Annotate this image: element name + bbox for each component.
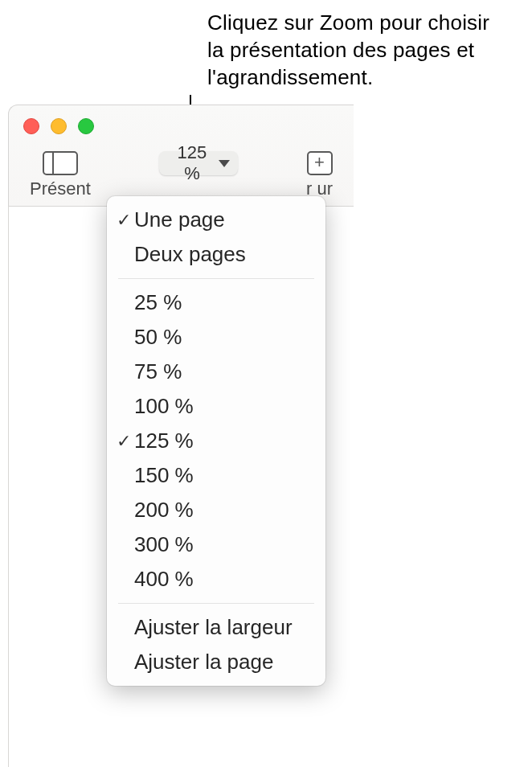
view-icon: [43, 151, 78, 175]
zoom-level-item[interactable]: 400 %: [107, 562, 325, 597]
traffic-lights: [23, 118, 94, 134]
zoom-level-item[interactable]: 75 %: [107, 355, 325, 389]
close-button[interactable]: [23, 118, 39, 134]
page-layout-item[interactable]: Deux pages: [107, 237, 325, 272]
view-button[interactable]: Présent: [30, 151, 91, 199]
zoom-level-item[interactable]: 200 %: [107, 493, 325, 527]
zoom-button[interactable]: 125 %: [159, 151, 238, 175]
toolbar: Présent 125 % r ur: [9, 151, 354, 199]
annotation-line: Cliquez sur Zoom pour choisir: [207, 10, 489, 37]
fullscreen-button[interactable]: [78, 118, 94, 134]
zoom-level-label: 400 %: [134, 567, 194, 592]
menu-divider: [118, 603, 314, 604]
zoom-level-item[interactable]: 125 %: [107, 424, 325, 458]
add-page-button[interactable]: r ur: [306, 151, 333, 199]
zoom-level-label: 125 %: [134, 429, 194, 453]
zoom-button-container[interactable]: 125 %: [159, 151, 238, 175]
zoom-level-label: 75 %: [134, 359, 182, 384]
zoom-value: 125 %: [170, 142, 214, 184]
minimize-button[interactable]: [51, 118, 67, 134]
zoom-level-item[interactable]: 50 %: [107, 320, 325, 355]
annotation-text: Cliquez sur Zoom pour choisir la présent…: [207, 10, 489, 91]
zoom-level-label: 300 %: [134, 532, 194, 557]
fit-option-item[interactable]: Ajuster la page: [107, 645, 325, 679]
page-layout-label: Une page: [134, 207, 225, 232]
fit-option-item[interactable]: Ajuster la largeur: [107, 610, 325, 645]
annotation-line: la présentation des pages et: [207, 37, 489, 64]
view-label: Présent: [30, 178, 91, 199]
chevron-down-icon: [219, 160, 230, 167]
plus-icon: [307, 151, 333, 175]
zoom-level-item[interactable]: 25 %: [107, 285, 325, 320]
zoom-level-item[interactable]: 150 %: [107, 458, 325, 493]
zoom-menu: Une pageDeux pages 25 %50 %75 %100 %125 …: [107, 196, 325, 686]
zoom-level-label: 150 %: [134, 463, 194, 488]
zoom-level-label: 200 %: [134, 498, 194, 523]
page-layout-label: Deux pages: [134, 242, 246, 267]
zoom-level-label: 100 %: [134, 394, 194, 419]
zoom-level-item[interactable]: 300 %: [107, 527, 325, 562]
fit-option-label: Ajuster la largeur: [134, 615, 293, 640]
app-window: Présent 125 % r ur: [8, 105, 354, 209]
menu-divider: [118, 278, 314, 279]
fit-option-label: Ajuster la page: [134, 650, 273, 675]
page-layout-item[interactable]: Une page: [107, 203, 325, 237]
zoom-level-item[interactable]: 100 %: [107, 389, 325, 424]
zoom-level-label: 25 %: [134, 290, 182, 315]
annotation-line: l'agrandissement.: [207, 64, 489, 92]
zoom-level-label: 50 %: [134, 325, 182, 350]
